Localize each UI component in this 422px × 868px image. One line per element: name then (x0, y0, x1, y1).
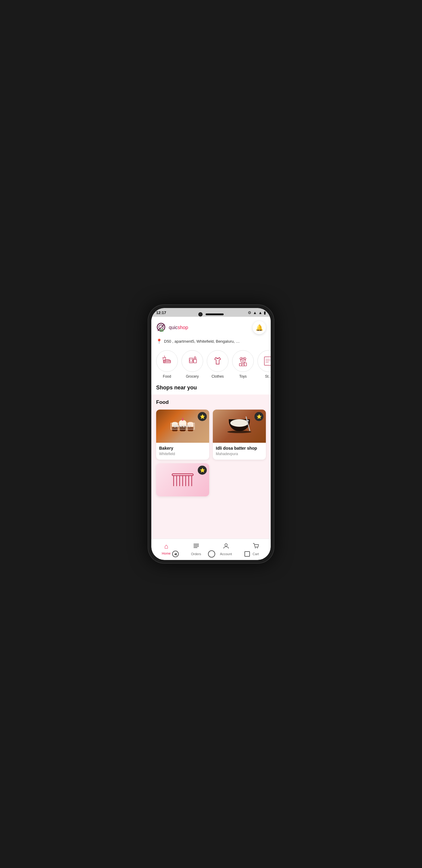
shops-section-heading: Shops near you (151, 383, 271, 395)
back-icon: ◀ (174, 552, 177, 556)
shops-grid: BAKERY ⭐ Bakery Whitefield (156, 410, 266, 496)
idli-dosa-name: Idli dosa batter shop (216, 446, 263, 451)
svg-rect-23 (264, 357, 271, 365)
signal-icon: ▲ (258, 310, 262, 315)
toys-svg-icon (237, 355, 249, 367)
wifi-icon: ▲ (253, 310, 257, 315)
earpiece-speaker (206, 313, 224, 315)
category-toys[interactable]: Toys (232, 350, 254, 378)
category-grocery-label: Grocery (186, 374, 199, 378)
svg-rect-21 (242, 364, 244, 366)
battery-icon: ▮ (264, 310, 266, 315)
category-clothes-label: Clothes (212, 374, 224, 378)
category-toys-icon-circle (232, 350, 254, 372)
logo: quicshop (156, 322, 188, 333)
bowl-liquid (230, 419, 248, 427)
category-food[interactable]: Food (156, 350, 178, 378)
phone-frame: 12:17 ⚙ ▲ ▲ ▮ (148, 304, 274, 564)
grocery-svg-icon (186, 355, 198, 367)
stationary-svg-icon (262, 355, 271, 367)
category-stationary-icon-circle (258, 350, 271, 372)
bakery-name: Bakery (159, 446, 206, 451)
back-button[interactable]: ◀ (172, 551, 179, 557)
clothes-svg-icon (212, 355, 224, 367)
category-stationary[interactable]: St... (258, 350, 271, 378)
third-shop-image-container: ⭐ (156, 463, 209, 496)
notification-button[interactable]: 🔔 (252, 321, 266, 334)
location-pin-icon: 📍 (156, 338, 162, 344)
hardware-nav-bar: ◀ (151, 548, 271, 560)
phone-top-hardware (198, 312, 224, 316)
svg-point-14 (241, 358, 245, 363)
idli-dosa-location: Mahadevpura (216, 452, 263, 456)
food-section-title: Food (156, 399, 266, 405)
bakery-location: Whitefield (159, 452, 206, 456)
logo-quic: quic (169, 325, 178, 330)
app-header: quicshop 🔔 (151, 317, 271, 337)
location-bar: 📍 D50 , apartment5, Whitefield, Bengalur… (151, 337, 271, 348)
category-clothes[interactable]: Clothes (207, 350, 229, 378)
category-toys-label: Toys (239, 374, 247, 378)
svg-line-8 (164, 355, 165, 358)
idli-dosa-info: Idli dosa batter shop Mahadevpura (213, 443, 266, 460)
svg-rect-20 (239, 364, 242, 366)
rack-svg-icon (171, 471, 195, 489)
shop-card-bakery[interactable]: BAKERY ⭐ Bakery Whitefield (156, 410, 209, 460)
food-section: Food (151, 395, 271, 538)
svg-rect-22 (244, 363, 247, 366)
svg-point-39 (225, 544, 227, 546)
bakery-favorite-button[interactable]: ⭐ (198, 412, 207, 421)
category-food-label: Food (163, 374, 171, 378)
app-screen: 12:17 ⚙ ▲ ▲ ▮ (151, 308, 271, 560)
category-food-icon-circle (156, 350, 178, 372)
bakery-label-overlay: BAKERY (171, 423, 195, 430)
phone-screen: 12:17 ⚙ ▲ ▲ ▮ (151, 308, 271, 560)
logo-text: quicshop (169, 325, 188, 330)
categories-scroll: Food Grocery (151, 348, 271, 383)
bowl-visual (227, 419, 251, 433)
food-svg-icon (161, 355, 173, 367)
spoon-head (246, 420, 249, 422)
bakery-info: Bakery Whitefield (156, 443, 209, 460)
category-stationary-label: St... (265, 374, 271, 378)
front-camera (198, 312, 203, 316)
category-clothes-icon-circle (207, 350, 229, 372)
category-grocery[interactable]: Grocery (181, 350, 203, 378)
svg-point-1 (159, 325, 163, 329)
svg-point-19 (242, 360, 244, 362)
logo-icon (156, 322, 167, 333)
shop-card-idli-dosa[interactable]: ⭐ Idli dosa batter shop Mahadevpura (213, 410, 266, 460)
recent-apps-button[interactable] (244, 551, 250, 557)
category-grocery-icon-circle (181, 350, 203, 372)
status-time: 12:17 (156, 310, 166, 315)
bell-icon: 🔔 (255, 324, 263, 331)
app-content: quicshop 🔔 📍 D50 , apartment5, Whitefiel… (151, 317, 271, 538)
bakery-image-container: BAKERY ⭐ (156, 410, 209, 443)
logo-shop: shop (178, 325, 188, 330)
svg-rect-10 (193, 359, 197, 363)
cherry (182, 418, 183, 421)
gear-icon: ⚙ (248, 310, 251, 315)
status-icons: ⚙ ▲ ▲ ▮ (248, 310, 266, 315)
shop-card-third[interactable]: ⭐ (156, 463, 209, 496)
idli-dosa-favorite-button[interactable]: ⭐ (254, 412, 264, 421)
svg-rect-13 (190, 359, 192, 362)
svg-point-11 (194, 357, 196, 359)
third-shop-favorite-button[interactable]: ⭐ (198, 466, 207, 475)
location-text: D50 , apartment5, Whitefield, Bengaluru,… (164, 339, 240, 344)
idli-dosa-image-container: ⭐ (213, 410, 266, 443)
home-button[interactable] (208, 550, 215, 558)
